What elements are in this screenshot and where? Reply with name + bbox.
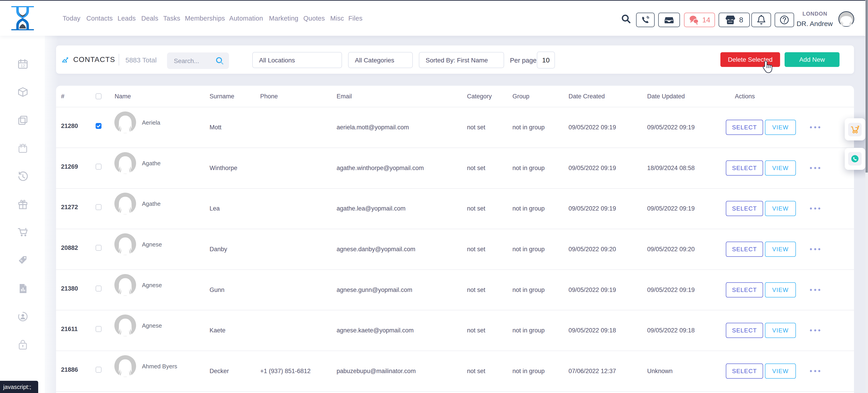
svg-text:12: 12 [21, 64, 25, 68]
